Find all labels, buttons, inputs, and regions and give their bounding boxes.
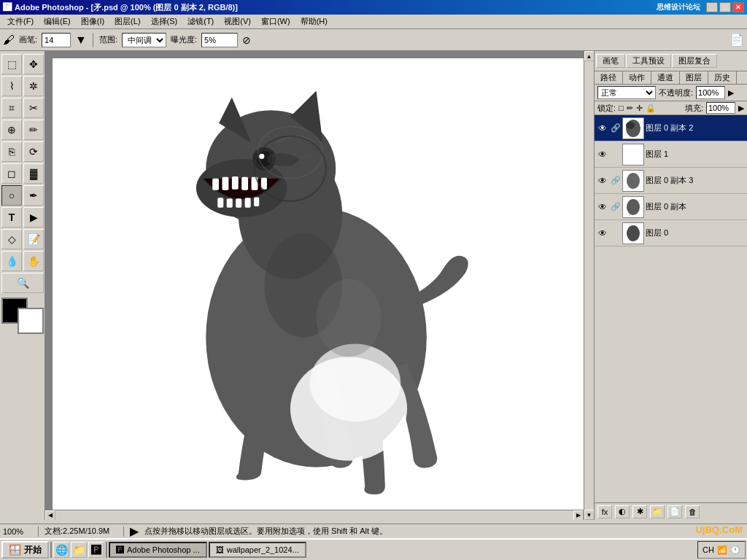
taskbar-wallpaper[interactable]: 🖼 wallpaper_2_1024... [209, 542, 306, 558]
tool-history[interactable]: ⟳ [23, 141, 44, 162]
layer-item[interactable]: 👁 🔗 图层 0 副本 2 [595, 115, 747, 141]
scroll-up-button[interactable]: ▲ [584, 51, 595, 61]
layer-visibility-icon[interactable]: 👁 [596, 174, 609, 187]
layer-item[interactable]: 👁 图层 1 [595, 141, 747, 168]
layer-list: 👁 🔗 图层 0 副本 2 👁 图层 1 👁 [595, 115, 747, 502]
quick-launch-ie[interactable]: 🌐 [53, 542, 69, 558]
tab-layer[interactable]: 图层 [680, 71, 708, 84]
layer-tabs: 路径 动作 通道 图层 历史 [595, 71, 747, 85]
tool-marquee[interactable]: ⬚ [1, 54, 22, 74]
tool-move[interactable]: ✥ [23, 54, 44, 74]
layer-link-icon[interactable]: 🔗 [611, 174, 621, 187]
tab-history[interactable]: 历史 [708, 71, 737, 84]
svg-point-29 [627, 173, 640, 189]
panel-tab-brush[interactable]: 画笔 [596, 54, 625, 68]
panel-tab-tool-presets[interactable]: 工具预设 [626, 54, 671, 68]
menu-select[interactable]: 选择(S) [147, 15, 182, 28]
layer-link-icon[interactable]: 🔗 [611, 122, 621, 135]
tab-action[interactable]: 动作 [623, 71, 651, 84]
lock-all-icon[interactable]: 🔒 [646, 104, 656, 113]
opacity-input[interactable] [696, 86, 725, 99]
horizontal-scrollbar[interactable]: ◀ ▶ [45, 510, 584, 520]
menu-view[interactable]: 视图(V) [220, 15, 255, 28]
tool-text[interactable]: T [1, 207, 22, 228]
tool-eraser[interactable]: ◻ [1, 163, 22, 184]
tool-zoom[interactable]: 🔍 [1, 273, 44, 293]
layers-controls: 正常 不透明度: ▶ [595, 85, 747, 101]
tool-notes[interactable]: 📝 [23, 229, 44, 249]
airbrush-icon[interactable]: ⊘ [242, 34, 251, 46]
scroll-left-button[interactable]: ◀ [45, 510, 55, 521]
lock-pixels-icon[interactable]: ✏ [627, 104, 633, 113]
close-button[interactable]: ✕ [732, 2, 744, 12]
taskbar-photoshop[interactable]: 🅿 Adobe Photoshop ... [109, 542, 207, 558]
tool-hand[interactable]: ✋ [23, 251, 44, 271]
quick-launch-folder[interactable]: 📁 [71, 542, 87, 558]
fill-arrow[interactable]: ▶ [738, 104, 744, 113]
start-button[interactable]: 🪟 开始 [1, 541, 49, 559]
toolbar: ⬚ ✥ ⌇ ✲ ⌗ ✂ ⊕ ✏ ⎘ ⟳ ◻ ▓ ○ ✒ T ▶ ◇ 📝 💧 ✋ … [0, 51, 45, 520]
menu-layer[interactable]: 图层(L) [110, 15, 144, 28]
minimize-button[interactable]: _ [706, 2, 718, 12]
tool-gradient[interactable]: ▓ [23, 163, 44, 184]
vertical-scrollbar[interactable]: ▲ ▼ [584, 51, 594, 520]
range-label: 范围: [99, 34, 117, 45]
new-group-button[interactable]: 📁 [650, 505, 665, 518]
blend-mode-select[interactable]: 正常 [597, 86, 656, 99]
panel-tab-layer-comps[interactable]: 图层复合 [672, 54, 717, 68]
tool-slice[interactable]: ✂ [23, 98, 44, 118]
tool-path-select[interactable]: ▶ [23, 207, 44, 228]
layer-visibility-icon[interactable]: 👁 [596, 201, 609, 214]
layer-item[interactable]: 👁 🔗 图层 0 副本 [595, 194, 747, 220]
tool-crop[interactable]: ⌗ [1, 98, 22, 118]
tool-pen[interactable]: ✒ [23, 185, 44, 206]
menu-edit[interactable]: 编辑(E) [39, 15, 75, 28]
scroll-down-button[interactable]: ▼ [584, 510, 595, 520]
delete-layer-button[interactable]: 🗑 [685, 505, 700, 518]
scroll-right-button[interactable]: ▶ [573, 510, 584, 521]
tool-heal[interactable]: ⊕ [1, 120, 22, 140]
menu-help[interactable]: 帮助(H) [296, 15, 332, 28]
quick-launch-ps[interactable]: 🅿 [88, 542, 104, 558]
tool-eyedrop[interactable]: 💧 [1, 251, 22, 271]
tool-lasso[interactable]: ⌇ [1, 76, 22, 96]
layer-visibility-icon[interactable]: 👁 [596, 122, 609, 135]
play-icon[interactable]: ▶ [130, 524, 139, 538]
canvas[interactable] [53, 58, 587, 513]
layer-mask-button[interactable]: ◐ [615, 505, 630, 518]
background-color[interactable] [18, 308, 44, 334]
tool-shape[interactable]: ◇ [1, 229, 22, 249]
tab-path[interactable]: 路径 [595, 71, 623, 84]
layer-item[interactable]: 👁 🔗 图层 0 副本 3 [595, 168, 747, 194]
lock-transparent-icon[interactable]: □ [619, 104, 624, 112]
tool-magic-wand[interactable]: ✲ [23, 76, 44, 96]
brush-size-input[interactable] [42, 33, 71, 47]
layer-adjust-button[interactable]: ✱ [632, 505, 647, 518]
menu-filter[interactable]: 滤镜(T) [183, 15, 218, 28]
layer-style-button[interactable]: fx [597, 505, 612, 518]
exposure-input[interactable] [201, 33, 238, 47]
maximize-button[interactable]: □ [719, 2, 731, 12]
menu-image[interactable]: 图像(I) [77, 15, 109, 28]
tool-clone[interactable]: ⎘ [1, 141, 22, 162]
brush-picker-icon[interactable]: ▼ [75, 34, 87, 47]
menu-window[interactable]: 窗口(W) [257, 15, 295, 28]
layer-item[interactable]: 👁 图层 0 [595, 220, 747, 246]
opacity-arrow[interactable]: ▶ [728, 88, 734, 98]
layer-link-icon[interactable]: 🔗 [611, 201, 621, 214]
tool-dodge[interactable]: ○ [1, 185, 22, 206]
tool-brush[interactable]: ✏ [23, 120, 44, 140]
layer-visibility-icon[interactable]: 👁 [596, 148, 609, 161]
color-boxes[interactable] [1, 298, 44, 334]
fill-input[interactable] [706, 102, 735, 114]
app-icon: 🅿 [3, 2, 12, 12]
menu-file[interactable]: 文件(F) [3, 15, 38, 28]
svg-rect-7 [212, 179, 219, 190]
taskbar-ps-icon: 🅿 [116, 545, 124, 554]
lock-position-icon[interactable]: ✛ [636, 104, 643, 113]
layer-visibility-icon[interactable]: 👁 [596, 227, 609, 240]
svg-rect-10 [241, 177, 248, 190]
tab-channel[interactable]: 通道 [651, 71, 680, 84]
new-layer-button[interactable]: 📄 [667, 505, 682, 518]
range-select[interactable]: 中间调 高光 阴影 [122, 33, 166, 47]
